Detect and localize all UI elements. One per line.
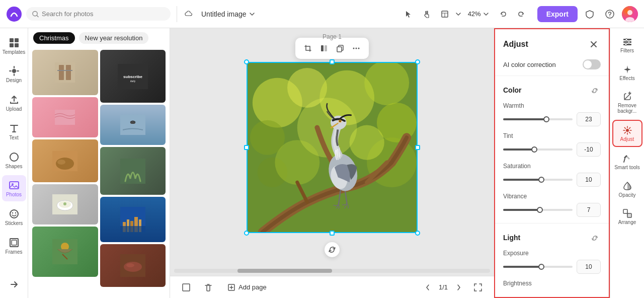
undo-btn[interactable]: [495, 6, 511, 22]
warmth-thumb[interactable]: [543, 116, 549, 122]
insert-frame-btn[interactable]: [178, 279, 194, 295]
handle-mid-left[interactable]: [244, 145, 249, 150]
tint-thumb[interactable]: [531, 146, 537, 153]
tool-item-smart-tools[interactable]: Smart tools: [612, 149, 642, 174]
text-svg: [9, 123, 20, 134]
photo-item[interactable]: [32, 139, 98, 182]
tool-item-arrange[interactable]: Arrange: [612, 204, 642, 229]
photo-item[interactable]: [32, 184, 98, 225]
tab-new-year-resolution[interactable]: New year resolution: [79, 32, 149, 44]
exposure-thumb[interactable]: [538, 264, 544, 270]
photo-item[interactable]: [32, 50, 98, 95]
adjust-close-btn[interactable]: [587, 37, 601, 51]
add-page-btn[interactable]: Add page: [222, 280, 272, 294]
redo-btn[interactable]: [513, 6, 529, 22]
svg-point-92: [625, 44, 627, 46]
ai-toggle[interactable]: [583, 59, 601, 69]
handle-top-center[interactable]: [330, 59, 335, 64]
fit-screen-btn[interactable]: [470, 279, 486, 295]
exposure-track[interactable]: [503, 266, 573, 268]
photo-item[interactable]: [100, 244, 166, 287]
add-page-label: Add page: [238, 283, 267, 291]
handle-bot-left[interactable]: [244, 231, 249, 236]
rotate-handle[interactable]: [325, 242, 340, 257]
exposure-label: Exposure: [503, 250, 601, 257]
adjust-panel: Adjust AI color correction Color: [494, 28, 610, 298]
exposure-value[interactable]: 10: [577, 260, 601, 274]
tint-track[interactable]: [503, 148, 573, 151]
next-page-btn[interactable]: [452, 280, 466, 294]
delete-btn[interactable]: [200, 279, 216, 295]
svg-rect-24: [55, 62, 75, 83]
saturation-thumb[interactable]: [538, 177, 544, 183]
sidebar-more-btn[interactable]: [2, 274, 26, 294]
svg-point-20: [12, 212, 13, 213]
vibrance-value[interactable]: 7: [577, 203, 601, 217]
photo-item[interactable]: [100, 105, 166, 145]
exposure-fill: [503, 266, 541, 268]
sidebar-item-frames[interactable]: Frames: [2, 232, 26, 259]
canva-logo[interactable]: [6, 6, 22, 22]
light-reset-btn[interactable]: [589, 232, 601, 244]
divider-2: [495, 223, 609, 224]
warmth-value[interactable]: 23: [577, 112, 601, 126]
saturation-value[interactable]: 10: [577, 173, 601, 187]
search-input[interactable]: [42, 10, 165, 18]
photo-r4-img: [120, 207, 145, 232]
handle-mid-right[interactable]: [415, 145, 420, 150]
tool-item-adjust[interactable]: Adjust: [612, 120, 642, 147]
pan-tool-btn[interactable]: [419, 6, 435, 22]
photo-item[interactable]: [100, 147, 166, 195]
help-btn[interactable]: [602, 6, 618, 22]
tool-item-opacity[interactable]: Opacity: [612, 176, 642, 201]
photo-item[interactable]: subscribe daily: [100, 50, 166, 103]
svg-point-54: [126, 263, 134, 267]
sidebar-item-stickers[interactable]: Stickers: [2, 203, 26, 230]
scrollbar-thumb[interactable]: [237, 269, 332, 273]
photos-icon: [9, 179, 20, 191]
saturation-track[interactable]: [503, 179, 573, 181]
photo-item[interactable]: [32, 227, 98, 277]
prev-page-btn[interactable]: [421, 280, 435, 294]
sidebar-item-shapes[interactable]: Shapes: [2, 146, 26, 173]
sidebar-item-text[interactable]: Text: [2, 118, 26, 144]
horizontal-scrollbar[interactable]: [174, 269, 490, 273]
saturation-label: Saturation: [503, 163, 601, 170]
canvas-frame[interactable]: [247, 62, 418, 233]
warmth-track[interactable]: [503, 118, 573, 120]
tool-item-effects[interactable]: Effects: [612, 59, 642, 85]
crop-btn[interactable]: [300, 41, 315, 56]
vibrance-track[interactable]: [503, 209, 573, 211]
sidebar-item-photos[interactable]: Photos: [2, 175, 26, 202]
tool-item-remove-bg[interactable]: Remove backgr...: [612, 87, 642, 118]
handle-top-right[interactable]: [415, 59, 420, 64]
color-reset-btn[interactable]: [589, 84, 601, 96]
photo-item[interactable]: [100, 197, 166, 242]
search-box[interactable]: [26, 7, 171, 21]
shield-btn[interactable]: [582, 6, 598, 22]
sidebar-item-design[interactable]: Design: [2, 61, 26, 88]
sidebar-item-upload[interactable]: Upload: [2, 89, 26, 116]
handle-bot-center[interactable]: [330, 231, 335, 236]
export-button[interactable]: Export: [537, 6, 578, 22]
shield-icon: [585, 10, 594, 19]
cloud-save-btn[interactable]: [181, 6, 197, 22]
handle-top-left[interactable]: [244, 59, 249, 64]
photo-item[interactable]: [32, 97, 98, 137]
frame-btn[interactable]: [437, 6, 453, 22]
select-tool-btn[interactable]: [400, 6, 417, 22]
tool-item-filters[interactable]: Filters: [612, 32, 642, 57]
zoom-btn[interactable]: 42%: [464, 8, 493, 20]
frames-svg: [9, 237, 20, 248]
sidebar-item-templates[interactable]: Templates: [2, 32, 26, 59]
tab-christmas[interactable]: Christmas: [33, 32, 75, 44]
vibrance-thumb[interactable]: [537, 207, 543, 213]
handle-bot-right[interactable]: [415, 231, 420, 236]
copy-btn[interactable]: [333, 41, 348, 56]
tint-value[interactable]: -10: [577, 142, 601, 157]
flip-btn[interactable]: [316, 41, 332, 56]
more-options-btn[interactable]: [349, 41, 364, 56]
vibrance-slider-row: Vibrance 7: [495, 191, 609, 221]
user-avatar[interactable]: [622, 6, 638, 22]
doc-title[interactable]: Untitled image: [201, 10, 256, 18]
